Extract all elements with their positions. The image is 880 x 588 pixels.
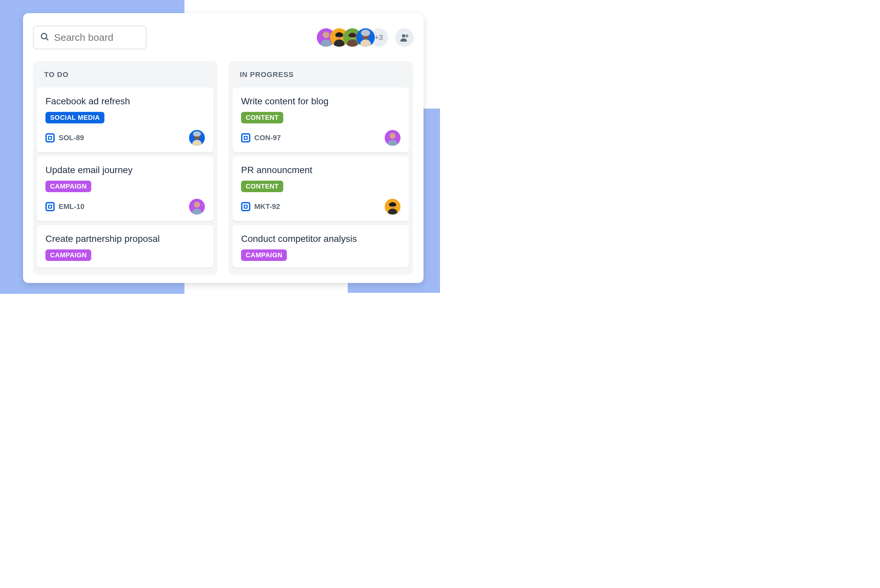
card[interactable]: Conduct competitor analysis CAMPAIGN [233, 225, 409, 267]
column-header: IN PROGRESS [229, 61, 413, 87]
avatar[interactable] [357, 28, 375, 47]
svg-point-15 [193, 140, 202, 146]
card-id: MKT-92 [254, 202, 280, 211]
card-id: CON-97 [254, 134, 281, 142]
svg-point-22 [388, 208, 397, 214]
svg-point-10 [361, 30, 370, 36]
assignee-avatar[interactable] [189, 130, 205, 146]
column-in-progress: IN PROGRESS Write content for blog CONTE… [229, 61, 413, 275]
assignee-avatar[interactable] [385, 199, 400, 214]
task-type-icon [241, 133, 250, 142]
svg-point-20 [388, 140, 397, 146]
top-bar: +3 [33, 26, 414, 50]
svg-point-18 [193, 208, 202, 214]
card-tag: CAMPAIGN [45, 249, 91, 261]
task-type-icon [45, 202, 55, 211]
svg-point-5 [334, 39, 344, 47]
card-id: SOL-89 [59, 134, 84, 142]
card-tag: CONTENT [241, 112, 283, 123]
card-footer: CON-97 [241, 130, 400, 146]
add-user-button[interactable] [395, 28, 414, 47]
svg-point-16 [193, 131, 201, 136]
card-title: Update email journey [45, 165, 205, 176]
task-type-icon [241, 202, 250, 211]
card[interactable]: Create partnership proposal CAMPAIGN [37, 225, 214, 267]
svg-point-3 [321, 39, 331, 47]
task-type-icon [45, 133, 55, 142]
card-title: Create partnership proposal [45, 234, 205, 244]
search-input-wrap[interactable] [33, 26, 147, 50]
search-icon [40, 32, 50, 43]
card-title: Facebook ad refresh [45, 96, 205, 106]
card-title: Write content for blog [241, 96, 400, 106]
card[interactable]: Facebook ad refresh SOCIAL MEDIA SOL-89 [37, 87, 214, 152]
svg-point-9 [360, 39, 371, 47]
columns-container: TO DO Facebook ad refresh SOCIAL MEDIA S… [33, 61, 414, 275]
card-tag: CONTENT [241, 181, 283, 192]
card[interactable]: Update email journey CAMPAIGN EML-10 [37, 156, 214, 221]
assignee-avatar[interactable] [189, 199, 205, 214]
svg-line-1 [46, 38, 48, 40]
search-input[interactable] [54, 32, 139, 43]
kanban-board-panel: +3 TO DO Facebook ad refresh SOCIAL MEDI… [23, 13, 424, 283]
card-tag: CAMPAIGN [241, 249, 287, 261]
card[interactable]: PR announcment CONTENT MKT-92 [233, 156, 409, 221]
card-footer: SOL-89 [45, 130, 205, 146]
card-tag: SOCIAL MEDIA [45, 112, 104, 123]
card[interactable]: Write content for blog CONTENT CON-97 [233, 87, 409, 152]
column-header: TO DO [33, 61, 217, 87]
card-id: EML-10 [59, 202, 84, 211]
card-title: PR announcment [241, 165, 400, 176]
assignee-avatar[interactable] [385, 130, 400, 146]
column-todo: TO DO Facebook ad refresh SOCIAL MEDIA S… [33, 61, 217, 275]
card-footer: MKT-92 [241, 199, 400, 214]
card-tag: CAMPAIGN [45, 181, 91, 192]
svg-point-11 [402, 34, 405, 38]
avatar-group: +3 [317, 28, 414, 47]
svg-rect-13 [405, 36, 409, 36]
svg-point-7 [347, 39, 358, 47]
card-title: Conduct competitor analysis [241, 234, 400, 244]
card-footer: EML-10 [45, 199, 205, 214]
